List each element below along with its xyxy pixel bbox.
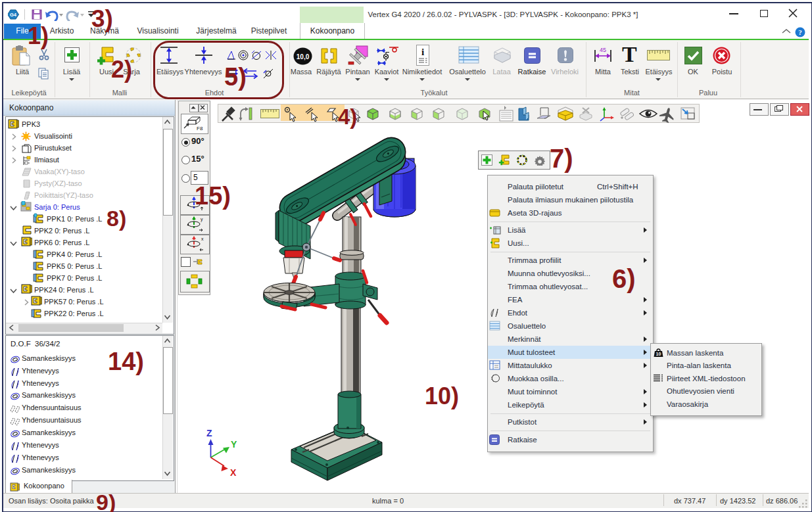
svg-text:y: y <box>201 217 203 222</box>
svg-text:G4: G4 <box>10 12 17 18</box>
svg-text:i: i <box>421 47 424 57</box>
svg-text:?: ? <box>798 28 802 36</box>
svg-text:10,0: 10,0 <box>297 53 310 60</box>
svg-text:10: 10 <box>656 352 661 356</box>
svg-text:F8: F8 <box>197 126 203 131</box>
svg-text:X: X <box>230 467 237 478</box>
svg-text:Z: Z <box>206 428 212 438</box>
svg-text:45: 45 <box>600 47 606 53</box>
svg-text:x: x <box>201 237 204 241</box>
svg-text:Y: Y <box>231 439 237 450</box>
